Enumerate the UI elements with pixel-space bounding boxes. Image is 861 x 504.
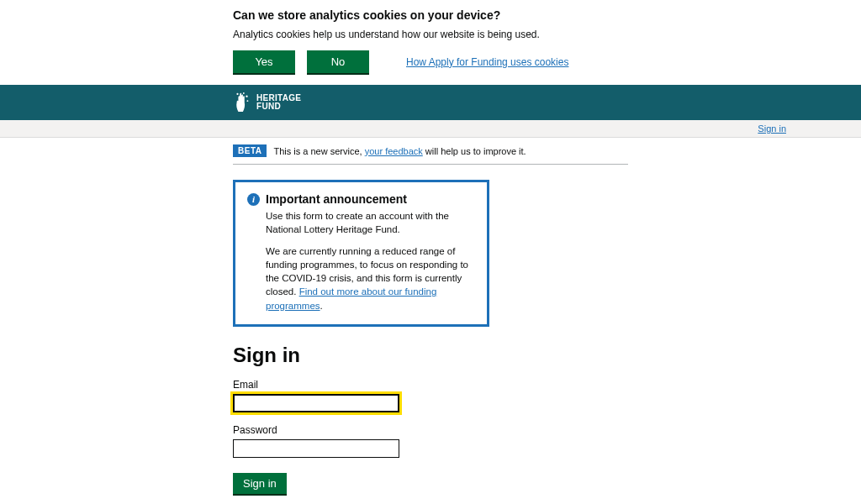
info-icon: i bbox=[247, 193, 260, 206]
cookie-actions: Yes No How Apply for Funding uses cookie… bbox=[233, 50, 628, 73]
beta-prefix: This is a new service, bbox=[273, 146, 364, 156]
cookie-heading: Can we store analytics cookies on your d… bbox=[233, 8, 628, 22]
beta-suffix: will help us to improve it. bbox=[423, 146, 526, 156]
cookie-yes-button[interactable]: Yes bbox=[233, 50, 295, 73]
announcement-box: i Important announcement Use this form t… bbox=[233, 180, 489, 327]
announcement-p2: We are currently running a reduced range… bbox=[266, 244, 475, 312]
svg-point-0 bbox=[236, 93, 238, 95]
svg-point-1 bbox=[243, 92, 245, 94]
brand-text: HERITAGE FUND bbox=[256, 94, 301, 112]
password-label: Password bbox=[233, 424, 628, 436]
page-title: Sign in bbox=[233, 344, 628, 367]
cookie-no-button[interactable]: No bbox=[307, 50, 369, 73]
beta-message: This is a new service, your feedback wil… bbox=[273, 146, 526, 156]
email-label: Email bbox=[233, 379, 628, 391]
beta-tag: BETA bbox=[233, 144, 267, 157]
announcement-p1: Use this form to create an account with … bbox=[266, 209, 475, 236]
top-signin-link[interactable]: Sign in bbox=[758, 123, 786, 134]
announcement-title: Important announcement bbox=[266, 192, 407, 206]
cookie-info-link[interactable]: How Apply for Funding uses cookies bbox=[406, 56, 568, 68]
cookie-description: Analytics cookies help us understand how… bbox=[233, 29, 628, 40]
beta-feedback-link[interactable]: your feedback bbox=[365, 146, 423, 156]
announcement-body: Use this form to create an account with … bbox=[247, 209, 475, 312]
brand-line2: FUND bbox=[256, 102, 301, 112]
svg-point-2 bbox=[246, 95, 247, 97]
email-field[interactable] bbox=[233, 394, 399, 412]
main-content: i Important announcement Use this form t… bbox=[233, 180, 628, 504]
hand-icon bbox=[233, 92, 251, 113]
password-group: Password bbox=[233, 424, 628, 458]
email-group: Email bbox=[233, 379, 628, 412]
svg-point-3 bbox=[247, 100, 249, 102]
beta-banner: BETA This is a new service, your feedbac… bbox=[233, 138, 628, 165]
cookie-banner: Can we store analytics cookies on your d… bbox=[0, 0, 861, 85]
top-nav-strip: Sign in bbox=[0, 120, 861, 138]
announcement-p2b: . bbox=[320, 301, 323, 311]
brand-logo[interactable]: HERITAGE FUND bbox=[233, 92, 301, 113]
brand-header: HERITAGE FUND bbox=[0, 85, 861, 120]
password-field[interactable] bbox=[233, 439, 399, 458]
signin-button[interactable]: Sign in bbox=[233, 473, 287, 494]
